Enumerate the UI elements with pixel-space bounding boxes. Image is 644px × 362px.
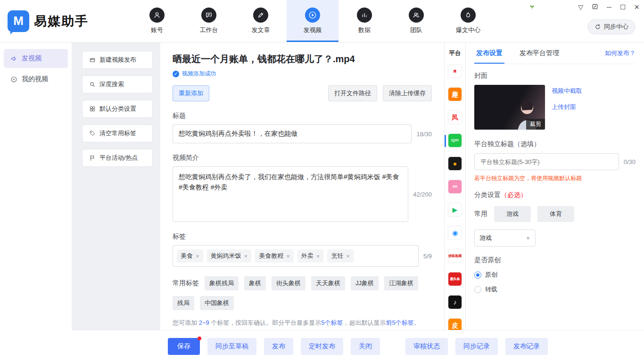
platform-icon[interactable]: ● <box>448 156 462 171</box>
clear-upload-cache-button[interactable]: 清除上传缓存 <box>383 85 432 101</box>
tags-help-text: 您可添加 2~9 个标签，按回车确认。部分平台最多显示5个标签，超出默认显示前5… <box>173 319 432 327</box>
main-nav: 账号 工作台 发文章 发视频 <box>131 0 494 42</box>
nav-team[interactable]: 团队 <box>390 0 442 42</box>
remove-tag-icon[interactable]: × <box>286 253 290 260</box>
remove-tag-icon[interactable]: × <box>196 253 199 260</box>
megaphone-icon <box>10 55 17 62</box>
sync-to-draft-button[interactable]: 同步至草稿 <box>207 338 256 355</box>
category-button-sports[interactable]: 体育 <box>537 206 574 222</box>
radio-repost[interactable]: 转载 <box>474 285 636 294</box>
tab-publish-settings[interactable]: 发布设置 <box>474 42 504 64</box>
title-input[interactable] <box>173 124 412 143</box>
tag-chip[interactable]: 黄焖鸡米饭× <box>207 249 252 263</box>
sidebar-item-my-videos[interactable]: 我的视频 <box>4 70 68 89</box>
tag-chip[interactable]: 烹饪× <box>327 249 354 263</box>
nav-workbench[interactable]: 工作台 <box>183 0 235 42</box>
crop-button[interactable]: 裁剪 <box>526 119 545 130</box>
play-circle-icon <box>10 76 17 83</box>
radio-original[interactable]: 原创 <box>474 271 636 279</box>
platform-icon[interactable]: 趣 <box>448 87 462 101</box>
tab-platform-manage[interactable]: 发布平台管理 <box>518 42 561 64</box>
nav-data[interactable]: 数据 <box>339 0 390 42</box>
platform-icon[interactable]: ◉ <box>448 226 462 240</box>
common-tag-chip[interactable]: 残局 <box>173 296 194 310</box>
platform-icon[interactable]: ♪ <box>448 295 462 309</box>
chevron-down-icon: ▼ <box>526 236 530 241</box>
action-label: 平台活动/热点 <box>99 154 138 162</box>
remove-tag-icon[interactable]: × <box>316 253 320 260</box>
platform-icon[interactable]: 皮 <box>448 318 462 330</box>
tag-label: 外卖 <box>301 252 314 260</box>
sync-center-button[interactable]: 同步中心 <box>587 19 636 34</box>
close-editor-button[interactable]: 关闭 <box>351 338 380 355</box>
deep-search-button[interactable]: 深度搜索 <box>82 75 153 93</box>
logo-icon: M <box>8 10 29 32</box>
nav-account[interactable]: 账号 <box>131 0 183 42</box>
platform-icon[interactable]: 凤 <box>448 110 462 124</box>
common-tag-chip[interactable]: 象棋 <box>244 276 266 290</box>
open-file-path-button[interactable]: 打开文件路径 <box>328 85 377 101</box>
action-label: 默认分类设置 <box>99 105 136 113</box>
window-controls: ▽ ─ ☐ × <box>578 3 639 11</box>
tag-chip[interactable]: 外卖× <box>297 249 324 263</box>
common-category-label: 常用 <box>474 210 487 218</box>
common-tag-chip[interactable]: 街头象棋 <box>272 276 305 290</box>
video-play-icon <box>305 8 320 23</box>
common-tag-chip[interactable]: 天天象棋 <box>311 276 345 290</box>
radio-icon <box>474 286 481 293</box>
edit-window-icon[interactable] <box>592 3 598 11</box>
common-tag-chip[interactable]: 江湖象棋 <box>384 276 418 290</box>
tag-chip[interactable]: 美食× <box>177 249 203 263</box>
platform-icon[interactable]: 微 <box>448 64 462 78</box>
maximize-button[interactable]: ☐ <box>620 4 626 10</box>
platform-icon-selected[interactable]: iQIYI <box>448 133 462 148</box>
upload-cover-link[interactable]: 上传封面 <box>552 103 582 111</box>
nav-hot-center[interactable]: 爆文中心 <box>442 0 494 42</box>
default-category-settings-button[interactable]: 默认分类设置 <box>82 100 153 118</box>
nav-publish-article[interactable]: 发文章 <box>235 0 287 42</box>
article-pencil-icon <box>253 8 268 23</box>
desc-textarea[interactable]: 想吃黄焖鸡别再点外卖了，我们在家也能做，方法很简单#黄焖鸡米饭 #美食 #美食教… <box>173 166 408 222</box>
new-video-publish-button[interactable]: 新建视频发布 <box>82 51 153 69</box>
category-button-game[interactable]: 游戏 <box>494 206 531 222</box>
minimize-button[interactable]: ─ <box>607 4 611 10</box>
publish-records-button[interactable]: 发布记录 <box>505 338 548 355</box>
common-tags-label: 常用标签 <box>173 279 199 288</box>
capture-from-video-link[interactable]: 视频中截取 <box>552 87 582 95</box>
platform-icon[interactable]: ▶ <box>448 203 462 217</box>
nav-publish-video[interactable]: 发视频 <box>287 0 339 42</box>
tag-icon <box>89 130 96 137</box>
independent-title-input[interactable] <box>474 153 619 170</box>
tag-chip[interactable]: 美食教程× <box>255 249 294 263</box>
action-label: 清空常用标签 <box>99 129 136 138</box>
cover-thumbnail[interactable]: 裁剪 <box>474 85 545 130</box>
platform-activity-hot-button[interactable]: 平台活动/热点 <box>82 149 153 167</box>
readd-video-button[interactable]: 重新添加 <box>173 85 209 101</box>
common-tag-chip[interactable]: 象棋残局 <box>205 276 239 290</box>
tags-input-box[interactable]: 美食× 黄焖鸡米饭× 美食教程× 外卖× 烹饪× <box>173 245 419 267</box>
account-icon <box>149 8 165 23</box>
sidebar-item-publish-video[interactable]: 发视频 <box>4 49 68 68</box>
category-settings-label: 分类设置（必选） <box>474 191 636 199</box>
review-status-button[interactable]: 审核状态 <box>405 338 448 355</box>
save-button[interactable]: 保存 <box>168 338 200 355</box>
radio-icon-selected <box>474 272 481 279</box>
close-button[interactable]: × <box>634 3 639 11</box>
filter-icon[interactable]: ▽ <box>578 4 583 10</box>
sync-records-button[interactable]: 同步记录 <box>455 338 498 355</box>
clear-common-tags-button[interactable]: 清空常用标签 <box>82 124 153 142</box>
how-to-publish-link[interactable]: 如何发布？ <box>605 49 636 58</box>
remove-tag-icon[interactable]: × <box>244 253 248 260</box>
tag-label: 黄焖鸡米饭 <box>211 252 241 260</box>
platform-icon[interactable]: 惠头条 <box>448 272 462 286</box>
upload-status-text: 视频添加成功 <box>182 70 216 78</box>
remove-tag-icon[interactable]: × <box>346 253 350 260</box>
category-select[interactable]: 游戏 ▼ <box>474 230 536 247</box>
publish-button[interactable]: 发布 <box>264 338 293 355</box>
platform-icon[interactable]: bili <box>448 180 462 194</box>
timed-publish-button[interactable]: 定时发布 <box>301 338 343 355</box>
common-tag-chip[interactable]: 中国象棋 <box>200 296 234 310</box>
category-select-value: 游戏 <box>479 234 492 242</box>
common-tag-chip[interactable]: JJ象棋 <box>351 276 379 290</box>
platform-icon[interactable]: 搜狐视频 <box>448 249 462 263</box>
